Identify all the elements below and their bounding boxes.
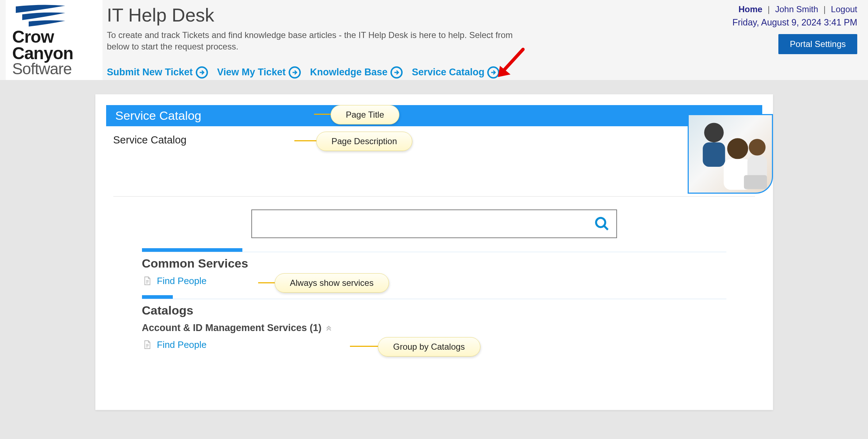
top-links: Home | John Smith | Logout [707,4,857,14]
content-card: Service Catalog Service Catalog Page Tit… [95,94,773,410]
section-accent [142,295,173,299]
nav-view-ticket[interactable]: View My Ticket [217,66,301,79]
page-description: Service Catalog [95,126,773,146]
service-link-find-people[interactable]: Find People [157,339,207,350]
logo-swoosh-icon [12,3,66,29]
callout-connector [294,140,317,141]
home-link[interactable]: Home [739,4,763,14]
svg-point-7 [596,218,605,227]
svg-rect-1 [703,142,725,167]
service-link-find-people[interactable]: Find People [157,275,207,287]
separator: | [824,4,826,14]
callout-group-by: Group by Catalogs [378,337,480,357]
arrow-right-circle-icon [487,66,499,79]
header-main: IT Help Desk To create and track Tickets… [103,0,707,79]
nav-label: Knowledge Base [310,67,388,78]
callout-connector [258,282,275,283]
service-item: Find People [143,275,726,287]
divider [142,252,726,252]
catalog-group[interactable]: Account & ID Management Services (1) [142,322,726,334]
callout-page-description: Page Description [316,132,413,151]
callout-connector [350,346,379,347]
document-icon [143,276,151,285]
nav-service-catalog[interactable]: Service Catalog [412,66,500,79]
catalog-group-name: Account & ID Management Services (1) [142,322,322,334]
datetime-display: Friday, August 9, 2024 3:41 PM [707,17,857,28]
nav-submit-ticket[interactable]: Submit New Ticket [107,66,208,79]
nav-label: View My Ticket [217,67,286,78]
catalog-search-input[interactable] [251,209,617,238]
logout-link[interactable]: Logout [831,4,857,14]
chevron-up-icon [325,322,332,334]
portal-settings-button[interactable]: Portal Settings [778,34,857,54]
search-row [95,209,773,238]
page-title-bar: Service Catalog [106,105,762,126]
primary-nav: Submit New Ticket View My Ticket Knowled… [107,66,707,79]
callout-page-title: Page Title [331,105,400,124]
portal-title: IT Help Desk [107,4,707,26]
divider [113,196,755,197]
section-accent [142,248,242,252]
document-icon [143,340,151,349]
page-title: Service Catalog [115,109,201,122]
brand-logo: Crow Canyon Software [6,0,103,80]
header-right: Home | John Smith | Logout Friday, Augus… [707,0,857,54]
svg-point-0 [704,123,724,142]
catalogs-heading: Catalogs [142,303,726,317]
common-services-heading: Common Services [142,256,726,270]
arrow-right-circle-icon [390,66,403,79]
nav-label: Service Catalog [412,67,485,78]
callout-connector [314,114,331,115]
app-header: Crow Canyon Software IT Help Desk To cre… [0,0,868,80]
nav-knowledge-base[interactable]: Knowledge Base [310,66,403,79]
arrow-right-circle-icon [196,66,208,79]
nav-label: Submit New Ticket [107,67,193,78]
svg-point-4 [749,139,765,156]
services-area: Common Services Find People Always show … [142,248,726,350]
separator: | [768,4,770,14]
hero-image [688,114,773,194]
svg-point-2 [727,138,748,159]
arrow-right-circle-icon [289,66,301,79]
logo-text: Crow Canyon Software [12,29,73,76]
search-icon[interactable] [594,216,610,232]
svg-rect-6 [744,175,767,189]
user-link[interactable]: John Smith [775,4,818,14]
callout-always-show: Always show services [275,273,389,293]
divider [142,299,726,299]
portal-description: To create and track Tickets and find kno… [107,29,537,53]
